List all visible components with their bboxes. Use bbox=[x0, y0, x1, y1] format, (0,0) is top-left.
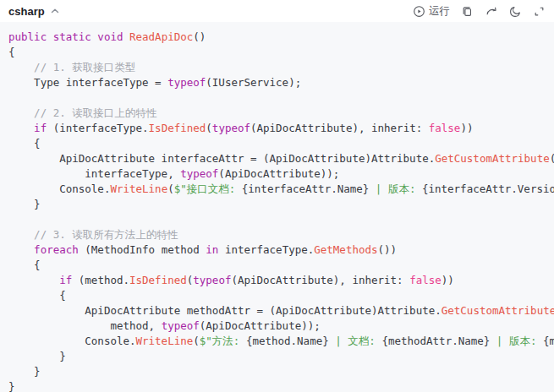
code-body[interactable]: public static void ReadApiDoc(){ // 1. 获… bbox=[0, 22, 554, 392]
run-button-label: 运行 bbox=[429, 4, 450, 19]
copy-icon bbox=[461, 5, 474, 18]
theme-toggle-button[interactable] bbox=[509, 5, 522, 18]
code-line: // 3. 读取所有方法上的特性 bbox=[8, 227, 554, 242]
code-line: } bbox=[8, 379, 554, 392]
play-circle-icon bbox=[413, 5, 425, 18]
code-line: Console.WriteLine($"接口文档: {interfaceAttr… bbox=[8, 182, 554, 197]
code-line: Console.WriteLine($"方法: {method.Name} | … bbox=[8, 334, 554, 349]
code-line: // 2. 读取接口上的特性 bbox=[8, 106, 554, 121]
code-line bbox=[8, 90, 554, 106]
code-line: { bbox=[8, 136, 554, 151]
chevron-up-icon[interactable] bbox=[50, 6, 60, 16]
curved-arrow-icon bbox=[485, 5, 498, 18]
code-line: method, typeof(ApiDocAttribute)); bbox=[8, 318, 554, 334]
code-line: public static void ReadApiDoc() bbox=[8, 30, 554, 45]
code-toolbar: 运行 bbox=[413, 4, 546, 19]
code-line: { bbox=[8, 258, 554, 273]
language-title-group: csharp bbox=[8, 5, 60, 18]
expand-icon bbox=[533, 5, 546, 18]
code-line: ApiDocAttribute interfaceAttr = (ApiDocA… bbox=[8, 151, 554, 166]
code-line: } bbox=[8, 364, 554, 379]
code-line: { bbox=[8, 288, 554, 303]
code-line: ApiDocAttribute methodAttr = (ApiDocAttr… bbox=[8, 303, 554, 318]
copy-button[interactable] bbox=[461, 5, 474, 18]
code-line: foreach (MethodInfo method in interfaceT… bbox=[8, 242, 554, 258]
fullscreen-button[interactable] bbox=[533, 5, 546, 18]
code-line: interfaceType, typeof(ApiDocAttribute)); bbox=[8, 166, 554, 182]
wrap-button[interactable] bbox=[485, 5, 498, 18]
code-line: // 1. 获取接口类型 bbox=[8, 60, 554, 75]
code-line: Type interfaceType = typeof(IUserService… bbox=[8, 75, 554, 90]
run-button[interactable]: 运行 bbox=[413, 4, 450, 19]
code-line bbox=[8, 212, 554, 227]
code-block-header: csharp 运行 bbox=[0, 0, 554, 22]
code-line: if (interfaceType.IsDefined(typeof(ApiDo… bbox=[8, 121, 554, 136]
code-line: } bbox=[8, 349, 554, 364]
code-block: csharp 运行 bbox=[0, 0, 554, 392]
moon-icon bbox=[509, 5, 522, 18]
code-line: { bbox=[8, 45, 554, 60]
code-content: public static void ReadApiDoc(){ // 1. 获… bbox=[8, 30, 554, 392]
code-line: if (method.IsDefined(typeof(ApiDocAttrib… bbox=[8, 273, 554, 288]
language-label: csharp bbox=[8, 5, 45, 18]
code-line: } bbox=[8, 197, 554, 212]
